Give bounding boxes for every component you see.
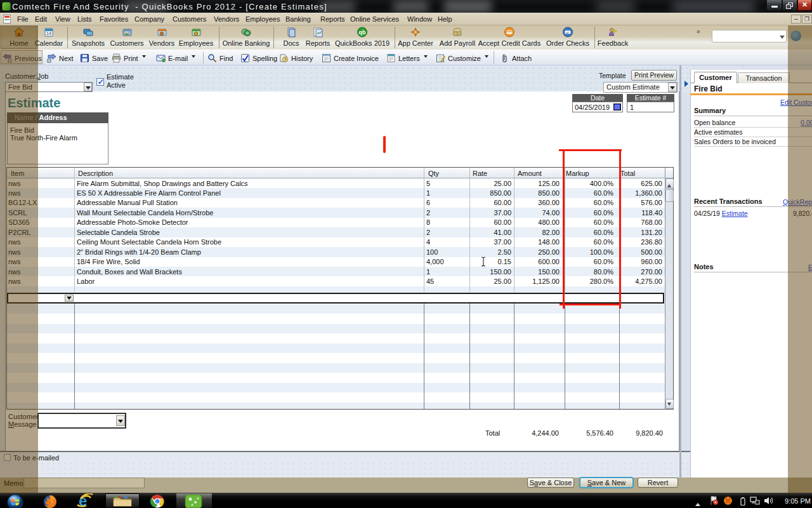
svg-text:qb: qb xyxy=(359,29,366,36)
